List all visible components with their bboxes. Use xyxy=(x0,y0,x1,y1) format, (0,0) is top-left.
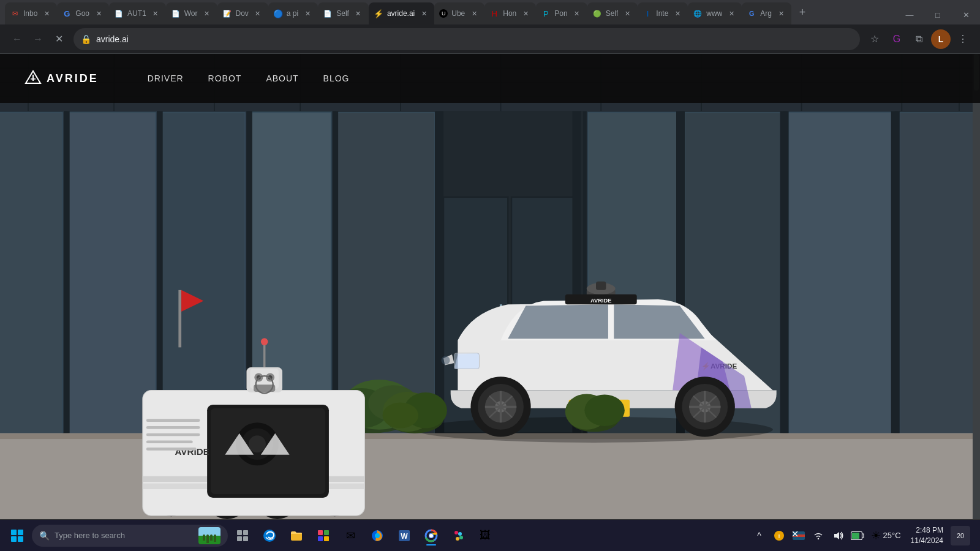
nav-blog[interactable]: BLOG xyxy=(323,73,350,83)
tab-wor[interactable]: 📄 Wor ✕ xyxy=(166,2,217,24)
taskbar-photos[interactable]: 🖼 xyxy=(473,523,497,548)
taskbar-file-explorer[interactable] xyxy=(284,523,309,548)
tab-www-close[interactable]: ✕ xyxy=(726,8,737,19)
tab-arg-close[interactable]: ✕ xyxy=(775,8,786,19)
page-scrollbar[interactable] xyxy=(973,54,980,519)
svg-rect-42 xyxy=(64,111,69,433)
taskbar-mail[interactable]: ✉ xyxy=(338,523,363,548)
tab-dov-label: Dov xyxy=(236,9,249,18)
new-tab-button[interactable]: + xyxy=(794,4,811,21)
profile-button[interactable]: L xyxy=(931,29,951,49)
taskbar-slack[interactable] xyxy=(446,523,470,548)
tab-inbox[interactable]: ✉ Inbo ✕ xyxy=(5,2,57,24)
tray-avride[interactable]: ! xyxy=(771,527,788,544)
maximize-button[interactable]: □ xyxy=(924,5,952,24)
tab-inbox-close[interactable]: ✕ xyxy=(41,8,52,19)
tab-ube[interactable]: U Ube ✕ xyxy=(434,2,484,24)
ube-favicon: U xyxy=(439,9,448,18)
taskbar-word[interactable]: W xyxy=(392,523,417,548)
tab-www[interactable]: 🌐 www ✕ xyxy=(688,2,742,24)
word-icon: W xyxy=(398,529,411,542)
system-clock[interactable]: 2:48 PM 11/4/2024 xyxy=(906,523,948,549)
tab-self2[interactable]: 🟢 Self ✕ xyxy=(587,2,638,24)
lock-icon: 🔒 xyxy=(81,34,91,44)
tray-volume[interactable] xyxy=(829,527,846,544)
tab-dov[interactable]: 📝 Dov ✕ xyxy=(217,2,268,24)
avride-favicon: ⚡ xyxy=(374,9,383,18)
address-input-wrapper[interactable]: 🔒 xyxy=(74,28,860,50)
nav-robot[interactable]: ROBOT xyxy=(208,73,242,83)
hon-favicon: H xyxy=(489,9,499,18)
extensions-button[interactable]: ⧉ xyxy=(909,29,929,49)
tray-battery[interactable] xyxy=(849,527,866,544)
taskbar-chrome[interactable] xyxy=(419,523,443,548)
tray-language[interactable] xyxy=(790,527,807,544)
forward-button[interactable]: → xyxy=(28,29,48,49)
tab-self-close[interactable]: ✕ xyxy=(353,8,364,19)
api-favicon: 🔵 xyxy=(273,9,283,18)
tab-dov-close[interactable]: ✕ xyxy=(252,8,263,19)
svg-point-153 xyxy=(454,531,458,534)
svg-point-107 xyxy=(249,435,266,452)
tab-www-label: www xyxy=(706,9,722,18)
tab-avride[interactable]: ⚡ avride.ai ✕ xyxy=(369,2,434,24)
search-placeholder-text: Type here to search xyxy=(55,531,125,540)
svg-rect-45 xyxy=(333,111,338,433)
tab-hon-close[interactable]: ✕ xyxy=(520,8,531,19)
tab-inte-close[interactable]: ✕ xyxy=(672,8,683,19)
reload-button[interactable]: ✕ xyxy=(49,29,69,49)
wor-favicon: 📄 xyxy=(171,9,181,18)
tab-avride-close[interactable]: ✕ xyxy=(418,8,429,19)
svg-rect-138 xyxy=(243,536,248,541)
taskbar-store[interactable] xyxy=(311,523,336,548)
tab-api[interactable]: 🔵 a pi ✕ xyxy=(268,2,318,24)
tab-pon-close[interactable]: ✕ xyxy=(571,8,582,19)
tab-api-close[interactable]: ✕ xyxy=(302,8,313,19)
tab-ube-close[interactable]: ✕ xyxy=(469,8,480,19)
bookmark-button[interactable]: ☆ xyxy=(865,29,884,49)
weather-widget[interactable]: ☀ 25°C xyxy=(871,529,901,542)
tab-self2-close[interactable]: ✕ xyxy=(622,8,633,19)
tab-hon[interactable]: H Hon ✕ xyxy=(484,2,536,24)
nav-about[interactable]: ABOUT xyxy=(266,73,298,83)
avride-logo-icon xyxy=(24,70,42,87)
notification-badge[interactable]: 20 xyxy=(951,526,970,545)
task-view-button[interactable] xyxy=(230,523,255,548)
chrome-window: ✉ Inbo ✕ G Goo ✕ 📄 AUT1 ✕ 📄 Wor ✕ 📝 Dov … xyxy=(0,0,980,551)
tab-aut1[interactable]: 📄 AUT1 ✕ xyxy=(109,2,166,24)
back-button[interactable]: ← xyxy=(7,29,27,49)
tab-pon[interactable]: P Pon ✕ xyxy=(536,2,587,24)
taskbar-firefox[interactable] xyxy=(365,523,390,548)
taskbar-edge[interactable] xyxy=(257,523,282,548)
close-button[interactable]: ✕ xyxy=(952,5,980,24)
address-bar: ← → ✕ 🔒 ☆ G ⧉ L ⋮ xyxy=(0,24,980,54)
tab-google-close[interactable]: ✕ xyxy=(93,8,104,19)
google-favicon: G xyxy=(62,9,72,18)
tab-wor-close[interactable]: ✕ xyxy=(202,8,213,19)
clock-time: 2:48 PM xyxy=(911,525,943,536)
window-controls: — □ ✕ xyxy=(895,5,980,24)
tab-aut1-close[interactable]: ✕ xyxy=(150,8,161,19)
tab-arg[interactable]: G Arg ✕ xyxy=(742,2,791,24)
tab-hon-label: Hon xyxy=(503,9,516,18)
taskbar-search[interactable]: 🔍 Type here to search xyxy=(32,525,228,547)
tab-inte[interactable]: I Inte ✕ xyxy=(638,2,688,24)
start-button[interactable] xyxy=(5,523,29,548)
tab-google[interactable]: G Goo ✕ xyxy=(57,2,109,24)
minimize-button[interactable]: — xyxy=(895,5,924,24)
taskbar: 🔍 Type here to search xyxy=(0,519,980,551)
weather-sun-icon: ☀ xyxy=(871,529,881,542)
tray-chevron[interactable]: ^ xyxy=(751,527,768,544)
nav-driver[interactable]: DRIVER xyxy=(148,73,184,83)
svg-rect-144 xyxy=(324,536,329,541)
network-icon xyxy=(813,530,824,541)
tray-network[interactable] xyxy=(810,527,827,544)
tabs-bar: ✉ Inbo ✕ G Goo ✕ 📄 AUT1 ✕ 📄 Wor ✕ 📝 Dov … xyxy=(0,0,980,24)
tab-self[interactable]: 📄 Self ✕ xyxy=(318,2,369,24)
svg-rect-113 xyxy=(146,433,200,437)
menu-button[interactable]: ⋮ xyxy=(953,29,973,49)
svg-text:AVRIDE: AVRIDE xyxy=(590,298,612,304)
grammarly-button[interactable]: G xyxy=(887,29,907,49)
address-input[interactable] xyxy=(96,34,853,44)
svg-rect-62 xyxy=(596,282,606,290)
